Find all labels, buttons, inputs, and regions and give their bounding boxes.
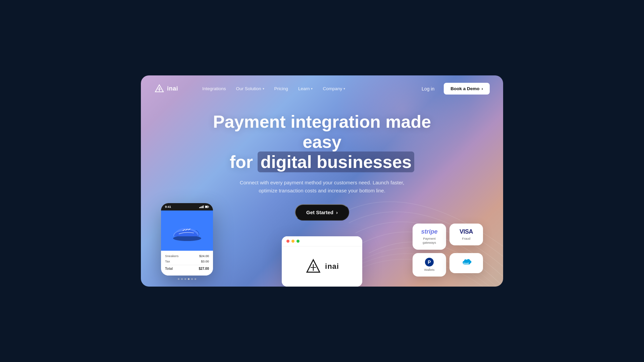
svg-rect-9 [205, 206, 208, 207]
phone-tax-row: Tax $3.00 [165, 259, 209, 263]
carousel-dots [178, 278, 196, 280]
dot-4-active[interactable] [188, 278, 190, 280]
inai-logo-large: inai [305, 258, 339, 275]
paypal-card: P Wallets [413, 253, 446, 277]
payment-cards: stripe Paymentgateways VISA Fraud P Wall… [413, 224, 483, 277]
browser-mockup: inai [282, 236, 362, 287]
phone-details: Sneakers $24.00 Tax $3.00 Total $27.00 [161, 251, 213, 276]
svg-point-10 [173, 236, 201, 241]
nav-links: Integrations Our Solution ▾ Pricing Lear… [198, 84, 418, 93]
phone-product-image [161, 210, 213, 251]
paypal-logo: P [425, 258, 434, 266]
battery-icon [205, 205, 209, 208]
nav-pricing[interactable]: Pricing [270, 84, 292, 93]
signal-icon [199, 205, 204, 208]
svg-text:cloud: cloud [462, 262, 469, 265]
book-demo-button[interactable]: Book a Demo › [444, 83, 490, 95]
visa-card: VISA Fraud [449, 224, 483, 245]
tax-amount: $3.00 [201, 259, 209, 263]
phone-time: 9:41 [165, 205, 171, 208]
main-card: inai Integrations Our Solution ▾ Pricing… [141, 75, 503, 287]
total-label: Total [165, 267, 173, 270]
browser-dot-maximize [297, 240, 300, 243]
nav-actions: Log in Book a Demo › [418, 83, 490, 95]
hero-highlight: digital businesses [258, 152, 414, 172]
logo-icon [154, 84, 164, 94]
payment-row-top: stripe Paymentgateways VISA Fraud [413, 224, 483, 250]
chevron-down-icon: ▾ [263, 87, 264, 90]
salesforce-card: cloud [449, 253, 483, 273]
hero-title: Payment integration made easy for digita… [196, 112, 448, 172]
stripe-label: Paymentgateways [419, 237, 440, 245]
total-amount: $27.00 [199, 267, 209, 270]
svg-rect-8 [209, 206, 209, 207]
logo-text: inai [167, 85, 178, 92]
phone-column: 9:41 [161, 203, 213, 287]
browser-content: inai [282, 246, 362, 287]
browser-toolbar [282, 236, 362, 246]
svg-rect-5 [202, 206, 203, 208]
visa-label: Fraud [455, 237, 477, 241]
product-price: $24.00 [199, 254, 209, 258]
chevron-down-icon: ▾ [343, 87, 345, 90]
visa-logo: VISA [455, 228, 477, 235]
svg-rect-3 [199, 207, 200, 208]
phone-status-icons [199, 205, 209, 208]
phone-product-row: Sneakers $24.00 [165, 254, 209, 258]
inai-logo-text-large: inai [325, 262, 339, 271]
browser-dot-minimize [291, 240, 294, 243]
dot-1[interactable] [178, 278, 179, 280]
hero-subtitle: Connect with every payment method your c… [233, 179, 411, 195]
stripe-logo: stripe [419, 228, 440, 235]
bottom-content: 9:41 [141, 203, 503, 287]
tax-label: Tax [165, 259, 170, 263]
login-button[interactable]: Log in [418, 83, 438, 94]
svg-rect-6 [203, 205, 204, 208]
browser-dot-close [286, 240, 289, 243]
nav-company[interactable]: Company ▾ [319, 84, 349, 93]
dot-3[interactable] [184, 278, 186, 280]
nav-learn[interactable]: Learn ▾ [294, 84, 317, 93]
inai-logo-icon-large [305, 258, 322, 275]
nav-our-solution[interactable]: Our Solution ▾ [232, 84, 268, 93]
phone-total-row: Total $27.00 [165, 265, 209, 270]
dot-2[interactable] [181, 278, 183, 280]
sneaker-image [169, 219, 206, 242]
salesforce-logo: cloud [460, 258, 472, 266]
dot-5[interactable] [191, 278, 193, 280]
paypal-label: Wallets [419, 268, 440, 272]
phone-mockup: 9:41 [161, 203, 213, 276]
navbar: inai Integrations Our Solution ▾ Pricing… [141, 75, 503, 102]
product-label: Sneakers [165, 254, 178, 258]
nav-integrations[interactable]: Integrations [198, 84, 230, 93]
payment-row-bottom: P Wallets cloud [413, 253, 483, 277]
svg-rect-4 [201, 207, 202, 208]
phone-status-bar: 9:41 [161, 203, 213, 210]
chevron-down-icon: ▾ [311, 87, 313, 90]
dot-6[interactable] [195, 278, 196, 280]
stripe-card: stripe Paymentgateways [413, 224, 446, 250]
logo[interactable]: inai [154, 84, 178, 94]
arrow-right-icon: › [482, 86, 483, 91]
